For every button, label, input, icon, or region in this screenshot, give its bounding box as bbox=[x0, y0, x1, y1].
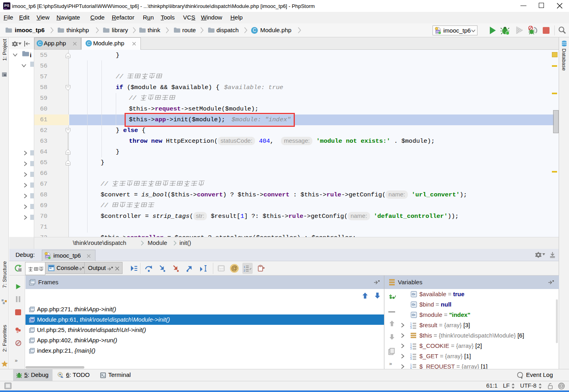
svg-text:1: 1 bbox=[244, 265, 246, 269]
svg-text:3: 3 bbox=[410, 326, 412, 329]
svg-text:2: 2 bbox=[244, 269, 246, 272]
svg-text:3: 3 bbox=[410, 347, 412, 349]
svg-text:3: 3 bbox=[410, 357, 412, 360]
